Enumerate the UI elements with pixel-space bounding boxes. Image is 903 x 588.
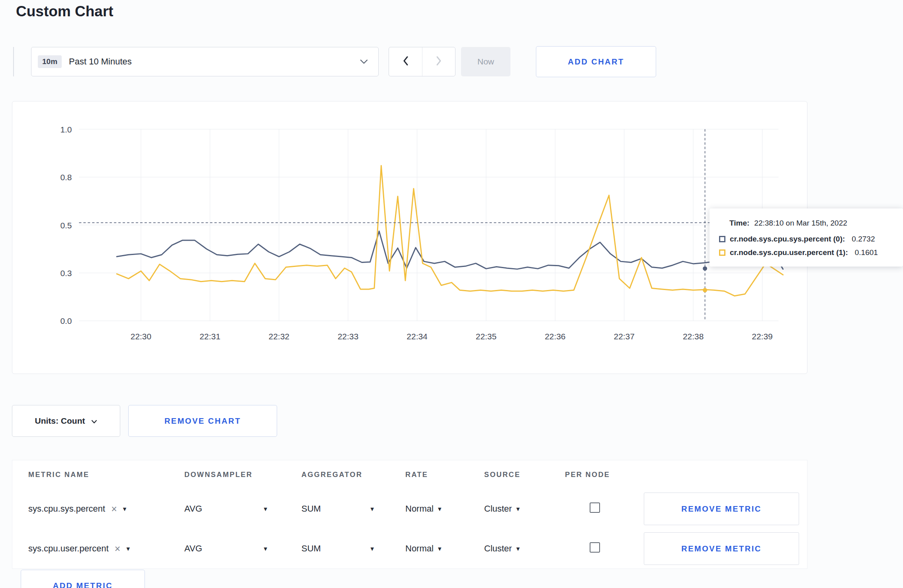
metric-row: sys.cpu.sys.percent × ▾ AVG ▾ SUM ▾ Norm… bbox=[12, 489, 807, 529]
series-swatch-sys-icon bbox=[719, 236, 725, 242]
chart-tooltip: Time: 22:38:10 on Mar 15th, 2022 cr.node… bbox=[710, 208, 903, 267]
remove-metric-button[interactable]: REMOVE METRIC bbox=[644, 493, 799, 525]
svg-text:22:34: 22:34 bbox=[407, 332, 428, 341]
time-step-group bbox=[389, 47, 455, 76]
caret-down-icon: ▾ bbox=[126, 545, 130, 552]
caret-down-icon: ▾ bbox=[264, 545, 267, 552]
add-chart-button[interactable]: ADD CHART bbox=[536, 46, 656, 77]
aggregator-select[interactable]: SUM ▾ bbox=[301, 543, 374, 554]
caret-down-icon: ▾ bbox=[264, 506, 267, 512]
header-source: SOURCE bbox=[484, 471, 565, 479]
svg-text:22:36: 22:36 bbox=[545, 332, 565, 341]
svg-text:22:30: 22:30 bbox=[131, 332, 151, 341]
page-title: Custom Chart bbox=[16, 3, 113, 20]
source-value: Cluster bbox=[484, 504, 512, 514]
rate-value: Normal bbox=[405, 543, 434, 554]
svg-text:0.5: 0.5 bbox=[60, 221, 72, 230]
caret-down-icon: ▾ bbox=[438, 545, 442, 552]
chevron-right-icon bbox=[436, 56, 442, 68]
time-range-badge: 10m bbox=[38, 55, 62, 68]
rate-select[interactable]: Normal ▾ bbox=[405, 543, 484, 554]
downsampler-select[interactable]: AVG ▾ bbox=[184, 543, 267, 554]
header-downsampler: DOWNSAMPLER bbox=[184, 471, 301, 479]
tooltip-series-row: cr.node.sys.cpu.sys.percent (0): 0.2732 bbox=[719, 235, 892, 243]
aggregator-value: SUM bbox=[301, 504, 321, 514]
caret-down-icon: ▾ bbox=[370, 506, 374, 512]
svg-text:22:32: 22:32 bbox=[269, 332, 289, 341]
time-range-select[interactable]: 10m Past 10 Minutes bbox=[31, 47, 379, 76]
downsampler-value: AVG bbox=[184, 504, 202, 514]
aggregator-value: SUM bbox=[301, 543, 321, 554]
per-node-cell bbox=[565, 542, 633, 555]
caret-down-icon: ▾ bbox=[516, 506, 520, 512]
time-range-label: Past 10 Minutes bbox=[69, 56, 132, 67]
tooltip-series-label: cr.node.sys.cpu.sys.percent (0): bbox=[730, 235, 845, 243]
custom-chart-page: Custom Chart 10m Past 10 Minutes Now ADD… bbox=[0, 0, 903, 588]
header-rate: RATE bbox=[405, 471, 484, 479]
rate-value: Normal bbox=[405, 504, 434, 514]
chart-panel[interactable]: 0.00.30.50.81.022:3022:3122:3222:3322:34… bbox=[12, 101, 807, 374]
tooltip-time-label: Time: bbox=[729, 219, 749, 228]
svg-text:0.3: 0.3 bbox=[60, 269, 72, 278]
per-node-cell bbox=[565, 502, 633, 515]
svg-text:22:37: 22:37 bbox=[614, 332, 635, 341]
metric-row: sys.cpu.user.percent × ▾ AVG ▾ SUM ▾ Nor… bbox=[12, 529, 807, 569]
caret-down-icon: ▾ bbox=[516, 545, 520, 552]
chevron-down-icon bbox=[91, 416, 97, 426]
header-per-node: PER NODE bbox=[565, 471, 633, 479]
rate-select[interactable]: Normal ▾ bbox=[405, 504, 484, 514]
tooltip-time-row: Time: 22:38:10 on Mar 15th, 2022 bbox=[719, 219, 892, 228]
svg-text:0.8: 0.8 bbox=[60, 173, 72, 182]
prev-time-button[interactable] bbox=[389, 47, 422, 76]
tooltip-time-value: 22:38:10 on Mar 15th, 2022 bbox=[754, 219, 847, 228]
source-select[interactable]: Cluster ▾ bbox=[484, 543, 565, 554]
metrics-table-header: METRIC NAME DOWNSAMPLER AGGREGATOR RATE … bbox=[12, 460, 807, 489]
caret-down-icon: ▾ bbox=[370, 545, 374, 552]
clear-metric-icon[interactable]: × bbox=[111, 504, 117, 514]
metric-name-select[interactable]: sys.cpu.sys.percent × ▾ bbox=[28, 504, 184, 514]
downsampler-select[interactable]: AVG ▾ bbox=[184, 504, 267, 514]
units-select[interactable]: Units: Count bbox=[12, 405, 120, 437]
svg-text:22:39: 22:39 bbox=[752, 332, 772, 341]
caret-down-icon: ▾ bbox=[123, 506, 127, 512]
svg-text:1.0: 1.0 bbox=[60, 125, 72, 134]
units-label: Units: Count bbox=[35, 416, 85, 426]
series-swatch-user-icon bbox=[719, 249, 725, 256]
svg-text:22:38: 22:38 bbox=[683, 332, 704, 341]
chevron-left-icon bbox=[403, 56, 409, 68]
metric-name-value: sys.cpu.user.percent bbox=[28, 543, 109, 554]
svg-text:22:35: 22:35 bbox=[476, 332, 496, 341]
svg-text:0.0: 0.0 bbox=[60, 316, 72, 325]
remove-chart-button[interactable]: REMOVE CHART bbox=[128, 405, 277, 437]
line-chart[interactable]: 0.00.30.50.81.022:3022:3122:3222:3322:34… bbox=[12, 101, 807, 374]
clear-metric-icon[interactable]: × bbox=[115, 544, 121, 554]
tooltip-series-row: cr.node.sys.cpu.user.percent (1): 0.1601 bbox=[719, 248, 892, 257]
now-button[interactable]: Now bbox=[461, 47, 510, 76]
source-value: Cluster bbox=[484, 543, 512, 554]
toolbar-divider bbox=[13, 47, 14, 76]
source-select[interactable]: Cluster ▾ bbox=[484, 504, 565, 514]
metric-name-select[interactable]: sys.cpu.user.percent × ▾ bbox=[28, 543, 184, 554]
tooltip-series-value: 0.2732 bbox=[852, 235, 875, 243]
add-metric-button[interactable]: ADD METRIC bbox=[21, 570, 145, 588]
next-time-button[interactable] bbox=[422, 47, 455, 76]
tooltip-series-label: cr.node.sys.cpu.user.percent (1): bbox=[730, 248, 848, 257]
downsampler-value: AVG bbox=[184, 543, 202, 554]
remove-metric-button[interactable]: REMOVE METRIC bbox=[644, 532, 799, 565]
svg-text:22:33: 22:33 bbox=[338, 332, 358, 341]
aggregator-select[interactable]: SUM ▾ bbox=[301, 504, 374, 514]
chevron-down-icon bbox=[360, 59, 368, 64]
header-aggregator: AGGREGATOR bbox=[301, 471, 405, 479]
caret-down-icon: ▾ bbox=[438, 506, 442, 512]
metrics-table: METRIC NAME DOWNSAMPLER AGGREGATOR RATE … bbox=[12, 460, 807, 569]
tooltip-series-value: 0.1601 bbox=[855, 248, 878, 257]
per-node-checkbox[interactable] bbox=[590, 542, 600, 553]
svg-text:22:31: 22:31 bbox=[199, 332, 220, 341]
metric-name-value: sys.cpu.sys.percent bbox=[28, 504, 105, 514]
header-metric-name: METRIC NAME bbox=[28, 471, 184, 479]
per-node-checkbox[interactable] bbox=[590, 502, 600, 513]
